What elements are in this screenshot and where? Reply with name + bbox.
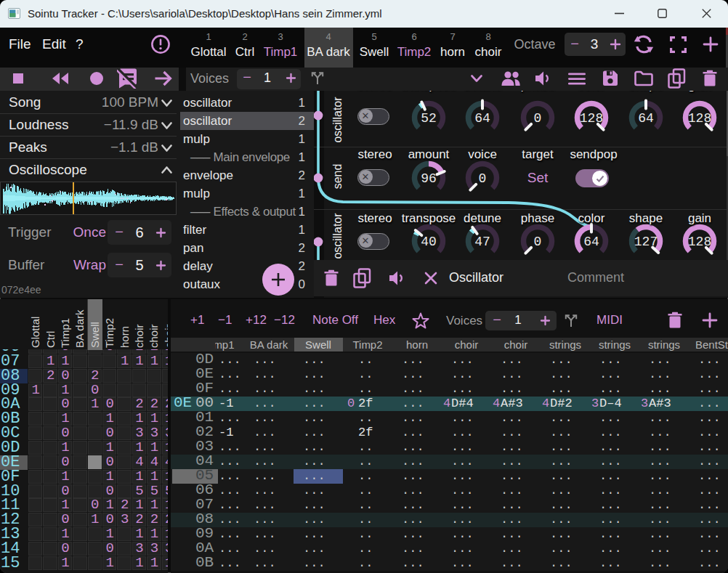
svg-text:Swell: Swell (89, 322, 101, 348)
svg-text:128: 128 (688, 111, 711, 126)
svg-text:0: 0 (479, 171, 487, 186)
svg-text:choir: choir (133, 324, 145, 348)
svg-text:0: 0 (534, 235, 542, 249)
svg-text:96: 96 (421, 171, 437, 186)
svg-text:64: 64 (474, 111, 490, 126)
svg-text:64: 64 (583, 235, 599, 249)
svg-text:40: 40 (421, 235, 437, 249)
svg-text:Timp1: Timp1 (59, 318, 71, 348)
svg-text:choir: choir (147, 324, 160, 348)
svg-text:Glottal: Glottal (29, 317, 41, 348)
svg-text:128: 128 (580, 111, 603, 126)
svg-text:BA dark: BA dark (73, 309, 86, 348)
svg-text:128: 128 (688, 235, 711, 249)
svg-text:52: 52 (421, 111, 437, 126)
svg-text:Ctrl: Ctrl (44, 331, 57, 348)
svg-text:0: 0 (534, 111, 542, 126)
svg-text:choir: choir (163, 324, 168, 348)
svg-text:47: 47 (474, 235, 490, 249)
svg-text:horn: horn (118, 326, 131, 348)
svg-text:64: 64 (638, 111, 654, 126)
svg-text:Timp2: Timp2 (103, 318, 116, 348)
svg-text:127: 127 (634, 235, 658, 249)
